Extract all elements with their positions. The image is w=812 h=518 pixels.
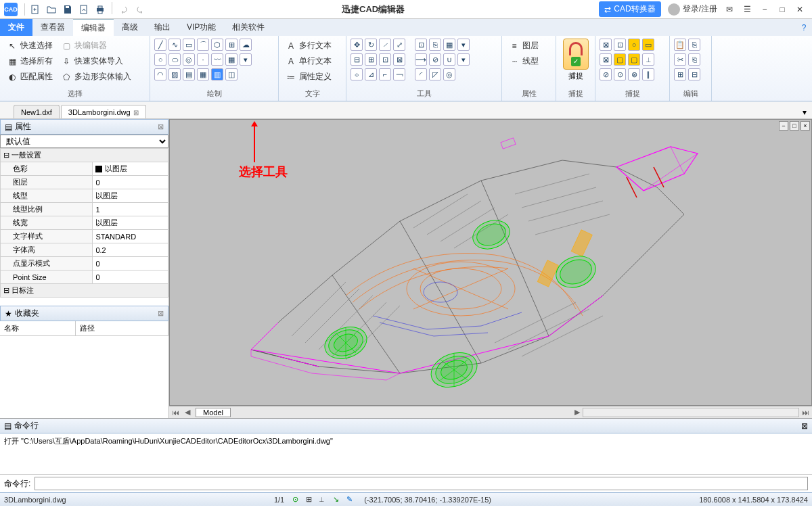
shape-icon[interactable]: ⬡ <box>211 39 223 51</box>
vp-max[interactable]: □ <box>790 121 799 131</box>
point-icon[interactable]: ∙ <box>197 53 209 66</box>
rotate-icon[interactable]: ↻ <box>365 39 377 51</box>
fillet-icon[interactable]: ◜ <box>415 68 427 80</box>
viewport[interactable]: − □ × 选择工具 <box>169 119 812 406</box>
hatch-icon[interactable]: ▨ <box>168 68 181 80</box>
snap-cen-icon[interactable]: ○ <box>628 39 640 51</box>
prop-row[interactable]: 线型以图层 <box>1 189 168 203</box>
prop-row[interactable]: 点显示模式0 <box>1 257 168 270</box>
mirror-icon[interactable]: ⟋ <box>379 39 391 51</box>
tabs-more[interactable]: ▾ <box>797 106 812 118</box>
menu-icon[interactable]: ☰ <box>742 5 752 14</box>
model-nav-prev[interactable]: ◀ <box>182 408 193 417</box>
line-icon[interactable]: ╱ <box>154 39 166 51</box>
props-section-general[interactable]: ⊟ 一般设置 <box>1 149 168 162</box>
block2-icon[interactable]: ◫ <box>225 68 238 80</box>
scale-icon[interactable]: ⤢ <box>393 39 405 51</box>
qa-export[interactable] <box>76 2 91 17</box>
vp-close[interactable]: × <box>800 121 810 131</box>
trim-icon[interactable]: ⊡ <box>415 39 427 51</box>
more-draw-icon[interactable]: ▾ <box>240 53 252 66</box>
quick-select-button[interactable]: ↖快速选择 <box>4 39 55 53</box>
curve-icon[interactable]: 〰 <box>211 53 223 66</box>
fill-icon[interactable]: ▤ <box>183 68 195 80</box>
hscroll[interactable] <box>583 408 799 417</box>
snap-end-icon[interactable]: ⊠ <box>600 39 612 51</box>
dim7-icon[interactable]: ⌐ <box>379 68 391 80</box>
model-nav-first[interactable]: ⏮ <box>169 408 182 417</box>
grid-icon[interactable]: ▦ <box>197 68 209 80</box>
snap-tan-icon[interactable]: ⊘ <box>600 68 612 80</box>
menu-editor[interactable]: 编辑器 <box>73 19 114 36</box>
move-icon[interactable]: ✥ <box>351 39 363 51</box>
chamfer-icon[interactable]: ◸ <box>429 68 441 80</box>
dim4-icon[interactable]: ⊠ <box>393 53 405 66</box>
qa-redo[interactable] <box>133 2 148 17</box>
menu-output[interactable]: 输出 <box>146 19 179 36</box>
menu-vip[interactable]: VIP功能 <box>179 19 224 36</box>
close-button[interactable]: ✕ <box>794 5 805 14</box>
vp-min[interactable]: − <box>779 121 788 131</box>
snap-node-icon[interactable]: ▭ <box>642 39 654 51</box>
sb-icon-5[interactable]: ✎ <box>346 495 356 504</box>
converter-badge[interactable]: ⇄CAD转换器 <box>599 1 660 17</box>
qa-open[interactable] <box>44 2 59 17</box>
stext-button[interactable]: A单行文本 <box>283 54 334 68</box>
break-icon[interactable]: ⊘ <box>429 53 441 66</box>
snap-near-icon[interactable]: ⊙ <box>614 68 626 80</box>
fast-import-button[interactable]: ⇩快速实体导入 <box>58 54 134 68</box>
arc-icon[interactable]: ⌒ <box>197 39 209 51</box>
attdef-button[interactable]: ≔属性定义 <box>283 70 334 84</box>
hatch2-icon[interactable]: ▦ <box>225 53 238 66</box>
sb-icon-2[interactable]: ⊞ <box>306 495 315 504</box>
snap-app-icon[interactable]: ⊗ <box>628 68 640 80</box>
edit4-icon[interactable]: ⊟ <box>688 68 700 80</box>
qa-undo[interactable] <box>116 2 131 17</box>
minimize-button[interactable]: − <box>759 5 770 14</box>
tab-lamborgini[interactable]: 3DLamborgini.dwg⊠ <box>61 105 146 118</box>
prop-row[interactable]: 线型比例1 <box>1 203 168 216</box>
linetype-button[interactable]: ┄线型 <box>506 54 541 68</box>
maximize-button[interactable]: □ <box>777 5 788 14</box>
dim1-icon[interactable]: ⊟ <box>351 53 363 66</box>
help-button[interactable]: ? <box>796 19 812 36</box>
prop-row[interactable]: 图层0 <box>1 176 168 189</box>
command-input[interactable] <box>35 477 808 490</box>
dim5-icon[interactable]: ⟐ <box>351 68 363 80</box>
menu-file[interactable]: 文件 <box>0 19 32 36</box>
copy-icon[interactable]: ⎘ <box>429 39 441 51</box>
spline-icon[interactable]: ∿ <box>168 39 181 51</box>
match-props-button[interactable]: ◐匹配属性 <box>4 70 55 84</box>
select-all-button[interactable]: ▦选择所有 <box>4 54 55 68</box>
menu-related[interactable]: 相关软件 <box>224 19 273 36</box>
tab-new1[interactable]: New1.dxf <box>14 105 60 118</box>
arc2-icon[interactable]: ◠ <box>154 68 166 80</box>
prop-row[interactable]: 文字样式STANDARD <box>1 230 168 243</box>
fav-col-name[interactable]: 名称 <box>0 321 76 335</box>
copy2-icon[interactable]: ⎘ <box>688 39 700 51</box>
dim8-icon[interactable]: ￢ <box>393 68 405 80</box>
prop-row[interactable]: 色彩以图层 <box>1 162 168 176</box>
model-nav-last[interactable]: ⏭ <box>799 408 812 417</box>
rect-icon[interactable]: ▭ <box>183 39 195 51</box>
circle-icon[interactable]: ○ <box>154 53 166 66</box>
offset-icon[interactable]: ◎ <box>443 68 455 80</box>
model-tab[interactable]: Model <box>196 408 231 417</box>
cmd-close[interactable]: ⊠ <box>801 421 808 431</box>
more-t1-icon[interactable]: ▾ <box>457 39 470 51</box>
props-section-annot[interactable]: ⊟ 日标注 <box>1 284 168 298</box>
snap-ins-icon[interactable]: ▢ <box>628 53 640 66</box>
sb-icon-1[interactable]: ⊙ <box>292 495 302 504</box>
paste2-icon[interactable]: ⎗ <box>688 53 700 66</box>
prop-row[interactable]: Point Size0 <box>1 270 168 284</box>
qa-save[interactable] <box>60 2 75 17</box>
dim6-icon[interactable]: ⊿ <box>365 68 377 80</box>
paste-icon[interactable]: 📋 <box>674 39 686 51</box>
snap-quad-icon[interactable]: ⊠ <box>600 53 612 66</box>
array-icon[interactable]: ⊞ <box>225 39 238 51</box>
more-t2-icon[interactable]: ▾ <box>457 53 470 66</box>
fav-col-path[interactable]: 路径 <box>76 321 168 335</box>
props-default-select[interactable]: 默认值 <box>0 135 168 148</box>
snap-par-icon[interactable]: ∥ <box>642 68 654 80</box>
qa-print[interactable] <box>93 2 108 17</box>
